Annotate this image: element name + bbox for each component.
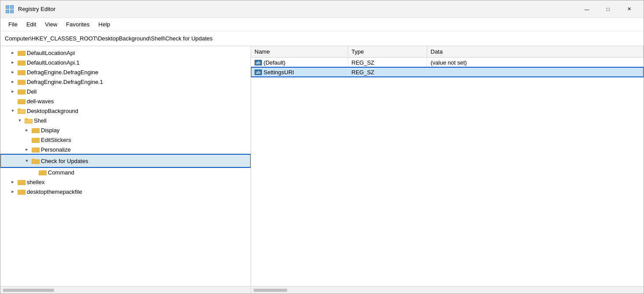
folder-icon-open [25,117,33,124]
registry-table[interactable]: Name Type Data ab (Default) [251,46,644,286]
menu-help[interactable]: Help [94,19,115,29]
svg-rect-18 [18,80,21,81]
expand-icon: ► [9,88,16,95]
tree-item-defragengine[interactable]: ► DefragEngine.DefragEngine [0,67,251,77]
window-controls: — □ ✕ [577,2,639,16]
tree-label: DesktopBackground [27,108,78,114]
folder-icon [18,188,25,195]
expand-icon: ▼ [9,107,16,114]
menu-edit[interactable]: Edit [22,19,40,29]
folder-icon-open [18,107,25,114]
app-icon [5,4,15,14]
menu-file[interactable]: File [4,19,22,29]
expand-icon: ► [9,59,16,66]
tree-item-defaultlocationapi[interactable]: ► DefaultLocationApi [0,48,251,58]
close-button[interactable]: ✕ [619,2,639,16]
expand-icon: ► [9,49,16,56]
folder-icon [32,127,40,134]
expand-icon [9,98,16,105]
svg-rect-12 [18,61,21,62]
tree-item-defaultlocationapi1[interactable]: ► DefaultLocationApi.1 [0,58,251,67]
menu-favorites[interactable]: Favorites [62,19,94,29]
right-pane: Name Type Data ab (Default) [251,46,644,294]
svg-rect-35 [32,128,35,130]
expand-icon: ▼ [23,157,30,164]
folder-icon [18,178,25,185]
folder-icon [32,136,40,143]
right-hscroll-thumb[interactable] [253,288,288,293]
svg-rect-50 [18,180,21,181]
svg-rect-15 [18,70,21,72]
folder-icon [18,49,25,56]
svg-rect-4 [6,6,9,8]
tree-item-dell[interactable]: ► Dell [0,87,251,96]
table-row[interactable]: ab (Default) REG_SZ (value not set) [251,58,644,68]
maximize-button[interactable]: □ [598,2,618,16]
tree-item-dellwaves[interactable]: dell-waves [0,96,251,106]
expand-icon: ► [9,78,16,85]
row-data: (value not set) [427,58,644,68]
folder-icon [18,98,25,105]
menu-bar: File Edit View Favorites Help [0,18,644,31]
main-content: ► DefaultLocationApi ► DefaultLocationAp… [0,46,644,294]
svg-rect-53 [18,190,21,191]
address-bar[interactable]: Computer\HKEY_CLASSES_ROOT\DesktopBackgr… [0,31,644,46]
tree-label: Personalize [41,146,71,153]
tree-item-display[interactable]: ► Display [0,125,251,135]
svg-rect-24 [18,99,21,101]
tree-hscrollbar[interactable] [0,286,251,294]
tree-label: Display [41,127,60,134]
col-name: Name [251,46,348,58]
expand-icon [30,169,37,176]
minimize-button[interactable]: — [577,2,597,16]
svg-rect-21 [18,90,21,91]
svg-rect-6 [6,10,9,13]
tree-item-desktopthemepackfile[interactable]: ► desktopthemepackfile [0,187,251,196]
tree-label: DefragEngine.DefragEngine.1 [27,79,103,85]
window-title: Registry Editor [18,6,577,12]
title-bar: Registry Editor — □ ✕ [0,0,644,18]
svg-rect-41 [32,148,35,149]
svg-rect-5 [11,6,13,8]
expand-icon: ► [9,188,16,195]
table-row-settingsuri[interactable]: ab SettingsURI REG_SZ [251,67,644,77]
tree-item-shell[interactable]: ▼ Shell [0,116,251,125]
folder-icon [18,78,25,85]
row-type: REG_SZ [348,58,427,68]
address-path: Computer\HKEY_CLASSES_ROOT\DesktopBackgr… [5,35,213,42]
registry-editor-window: Registry Editor — □ ✕ File Edit View Fav… [0,0,644,294]
tree-item-defragengine1[interactable]: ► DefragEngine.DefragEngine.1 [0,77,251,87]
tree-item-personalize[interactable]: ► Personalize [0,145,251,154]
tree-label: Check for Updates [41,158,88,164]
tree-item-checkforupdates[interactable]: ▼ Check for Updates [0,154,251,167]
tree-label: shellex [27,179,44,185]
expand-icon: ► [23,146,30,153]
expand-icon [23,136,30,143]
folder-icon [32,146,40,153]
expand-icon: ► [9,178,16,185]
row-data-settings [427,67,644,77]
folder-icon [18,59,25,66]
ab-icon-settings: ab [255,69,262,75]
row-type-settings: REG_SZ [348,67,427,77]
tree-item-command[interactable]: Command [0,167,251,177]
tree-label: DefaultLocationApi.1 [27,59,80,66]
svg-rect-47 [39,171,42,172]
tree-scroll[interactable]: ► DefaultLocationApi ► DefaultLocationAp… [0,46,251,286]
tree-item-editstickers[interactable]: EditStickers [0,135,251,145]
right-hscrollbar[interactable] [251,286,644,294]
menu-view[interactable]: View [40,19,62,29]
row-name: ab (Default) [251,58,348,68]
tree-label: Command [48,169,74,176]
svg-rect-38 [32,138,35,139]
tree-pane: ► DefaultLocationApi ► DefaultLocationAp… [0,46,251,294]
tree-item-shellex[interactable]: ► shellex [0,177,251,187]
tree-item-desktopbackground[interactable]: ▼ DesktopBackground [0,106,251,116]
tree-label: desktopthemepackfile [27,189,82,195]
svg-rect-33 [25,120,32,123]
hscroll-thumb[interactable] [2,288,55,293]
expand-icon: ► [9,69,16,76]
expand-icon: ▼ [16,117,23,124]
tree-label: Dell [27,88,36,95]
tree-label: DefaultLocationApi [27,50,75,56]
